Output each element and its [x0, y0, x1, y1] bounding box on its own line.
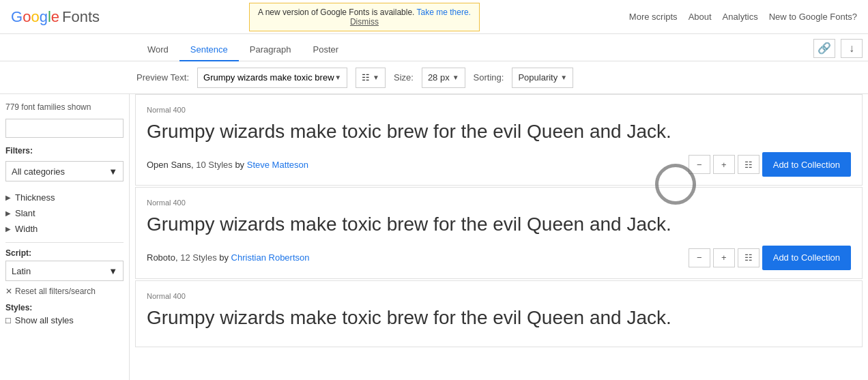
- by-text: by: [235, 160, 246, 170]
- reset-filters-link[interactable]: ✕ Reset all filters/search: [5, 287, 124, 296]
- toolbar: Word Sentence Paragraph Poster 🔗 ↓: [0, 34, 868, 61]
- font-card: Normal 400 Grumpy wizards make toxic bre…: [135, 280, 863, 347]
- banner-text: A new version of Google Fonts is availab…: [258, 8, 414, 17]
- script-value: Latin: [12, 266, 31, 276]
- nav-analytics[interactable]: Analytics: [723, 12, 758, 22]
- font-count: 779 font families shown: [5, 102, 124, 112]
- slant-label: Slant: [15, 208, 35, 218]
- action-grid-button[interactable]: ☷: [738, 248, 760, 267]
- action-plus-button[interactable]: +: [713, 155, 735, 174]
- search-input[interactable]: [5, 119, 124, 138]
- preview-text-input[interactable]: [203, 72, 334, 83]
- size-value: 28 px: [428, 72, 450, 83]
- logo-google-text: Google: [11, 8, 59, 26]
- tab-word[interactable]: Word: [136, 39, 179, 61]
- tab-poster[interactable]: Poster: [302, 39, 349, 61]
- font-list: Normal 400 Grumpy wizards make toxic bre…: [130, 94, 868, 380]
- font-weight-label: Normal 400: [147, 199, 851, 207]
- font-actions: − + ☷ Add to Collection: [689, 152, 851, 177]
- font-preview-text: Grumpy wizards make toxic brew for the e…: [147, 119, 851, 144]
- preview-bar: Preview Text: ▼ ☷ ▼ Size: 28 px ▼ Sortin…: [0, 61, 868, 94]
- action-grid-button[interactable]: ☷: [738, 155, 760, 174]
- logo: Google Fonts: [11, 8, 100, 26]
- sidebar-divider: [5, 242, 124, 243]
- reset-icon: ✕: [5, 287, 12, 296]
- size-label: Size:: [394, 72, 414, 83]
- font-card-bottom: Open Sans, 10 Styles by Steve Matteson −…: [147, 152, 851, 177]
- sort-select[interactable]: Popularity ▼: [512, 68, 573, 88]
- slant-arrow-icon: ▶: [5, 209, 11, 217]
- action-minus-button[interactable]: −: [689, 155, 710, 174]
- banner-link[interactable]: Take me there.: [417, 8, 471, 17]
- tab-paragraph[interactable]: Paragraph: [239, 39, 302, 61]
- add-to-collection-button[interactable]: Add to Collection: [762, 152, 851, 177]
- font-card-bottom: Roboto, 12 Styles by Christian Robertson…: [147, 246, 851, 270]
- font-author-link[interactable]: Steve Matteson: [247, 160, 308, 170]
- size-select[interactable]: 28 px ▼: [422, 68, 465, 88]
- font-author-link[interactable]: Christian Robertson: [231, 252, 310, 263]
- show-all-styles[interactable]: □ Show all styles: [5, 315, 124, 325]
- grid-select[interactable]: ☷ ▼: [356, 68, 386, 88]
- font-info: Roboto, 12 Styles by Christian Robertson: [147, 252, 310, 263]
- download-icon-button[interactable]: ↓: [841, 39, 863, 58]
- grid-dropdown-arrow[interactable]: ▼: [373, 74, 379, 81]
- sort-dropdown-arrow[interactable]: ▼: [560, 74, 567, 81]
- thickness-filter[interactable]: ▶ Thickness: [5, 190, 124, 205]
- sidebar: 779 font families shown Filters: All cat…: [0, 94, 130, 380]
- font-styles-count: 12 Styles: [180, 252, 216, 263]
- width-label: Width: [15, 224, 38, 234]
- by-text: by: [219, 252, 231, 263]
- font-styles-count: 10 Styles: [196, 160, 232, 170]
- banner-dismiss[interactable]: Dismiss: [258, 17, 471, 27]
- styles-label: Styles:: [5, 303, 124, 312]
- update-banner: A new version of Google Fonts is availab…: [249, 3, 480, 31]
- font-card: Normal 400 Grumpy wizards make toxic bre…: [135, 187, 863, 278]
- show-styles-icon: □: [5, 315, 11, 325]
- font-info: Open Sans, 10 Styles by Steve Matteson: [147, 160, 308, 170]
- font-weight-label: Normal 400: [147, 292, 851, 300]
- main: 779 font families shown Filters: All cat…: [0, 94, 868, 380]
- sort-value: Popularity: [518, 72, 558, 83]
- nav-about[interactable]: About: [689, 12, 712, 22]
- size-dropdown-arrow[interactable]: ▼: [452, 74, 459, 81]
- preview-input-wrap: ▼: [197, 68, 347, 88]
- width-filter[interactable]: ▶ Width: [5, 221, 124, 237]
- toolbar-right: 🔗 ↓: [813, 39, 863, 61]
- font-name: Roboto: [147, 252, 175, 263]
- action-plus-button[interactable]: +: [713, 248, 735, 267]
- nav-new-to[interactable]: New to Google Fonts?: [769, 12, 857, 22]
- header-left: Google Fonts: [11, 8, 100, 26]
- link-icon-button[interactable]: 🔗: [813, 39, 835, 58]
- font-card: Normal 400 Grumpy wizards make toxic bre…: [135, 94, 863, 186]
- logo-fonts-text: Fonts: [62, 8, 100, 26]
- font-preview-text: Grumpy wizards make toxic brew for the e…: [147, 212, 851, 237]
- width-arrow-icon: ▶: [5, 225, 11, 233]
- add-to-collection-button[interactable]: Add to Collection: [762, 246, 851, 270]
- action-minus-button[interactable]: −: [689, 248, 710, 267]
- header: Google Fonts A new version of Google Fon…: [0, 0, 868, 34]
- nav-more-scripts[interactable]: More scripts: [629, 12, 678, 22]
- categories-dropdown[interactable]: All categories ▼: [5, 161, 124, 181]
- thickness-label: Thickness: [15, 192, 55, 203]
- slant-filter[interactable]: ▶ Slant: [5, 205, 124, 221]
- font-weight-label: Normal 400: [147, 106, 851, 114]
- script-arrow: ▼: [108, 266, 117, 276]
- preview-dropdown-arrow[interactable]: ▼: [334, 74, 341, 81]
- show-styles-label: Show all styles: [15, 315, 74, 325]
- font-actions: − + ☷ Add to Collection: [689, 246, 851, 270]
- script-dropdown[interactable]: Latin ▼: [5, 261, 124, 281]
- categories-value: All categories: [12, 166, 65, 177]
- sort-label: Sorting:: [474, 72, 504, 83]
- thickness-arrow-icon: ▶: [5, 194, 11, 201]
- reset-label: Reset all filters/search: [15, 287, 96, 296]
- font-preview-text: Grumpy wizards make toxic brew for the e…: [147, 306, 851, 330]
- categories-arrow: ▼: [108, 166, 117, 177]
- filters-label: Filters:: [5, 146, 124, 156]
- tab-sentence[interactable]: Sentence: [179, 39, 239, 61]
- script-label: Script:: [5, 248, 124, 258]
- grid-icon: ☷: [362, 72, 370, 83]
- header-nav: More scripts About Analytics New to Goog…: [629, 12, 857, 22]
- preview-text-label: Preview Text:: [136, 72, 189, 83]
- font-name: Open Sans: [147, 160, 191, 170]
